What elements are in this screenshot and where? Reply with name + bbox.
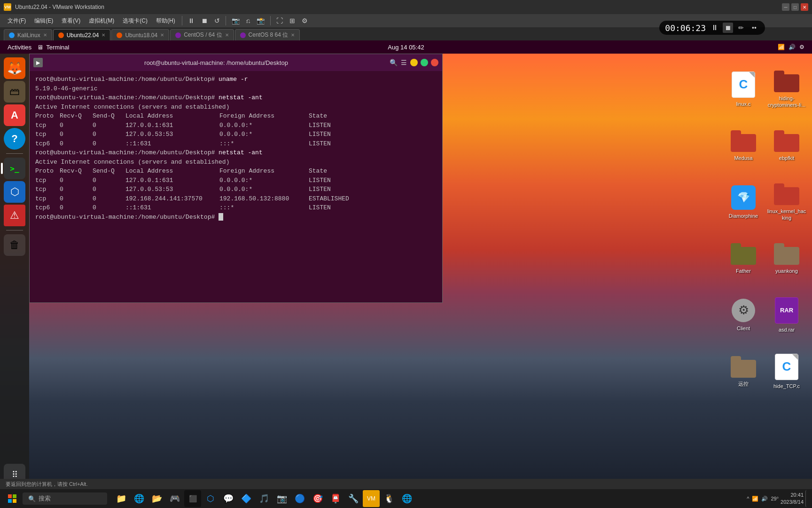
menu-tab[interactable]: 选项卡(C): [119, 16, 151, 26]
tab-ubuntu22[interactable]: Ubuntu22.04 ✕: [53, 29, 111, 40]
close-button[interactable]: ✕: [801, 3, 808, 11]
desktop-icon-linux-kernel-hacking[interactable]: linux_kernel_hacking: [765, 174, 808, 230]
taskbar-show-desktop[interactable]: [805, 490, 808, 507]
terminal-cursor: [219, 213, 223, 221]
tab-centos64-close[interactable]: ✕: [225, 32, 229, 38]
minimize-button[interactable]: ─: [782, 3, 789, 11]
dock-error[interactable]: ⚠: [4, 205, 25, 226]
taskbar-terminal-win[interactable]: ⬛: [184, 490, 201, 507]
tab-ubuntu22-close[interactable]: ✕: [102, 32, 105, 38]
toolbar-separator2: [226, 16, 226, 25]
activities-button[interactable]: Activities: [8, 44, 31, 51]
tab-kali-close[interactable]: ✕: [43, 32, 47, 38]
vmware-statusbar: 要返回到您的计算机，请按 Ctrl+Alt.: [0, 479, 812, 489]
taskbar-mail[interactable]: 📮: [327, 490, 344, 507]
desktop-icon-linux-c[interactable]: C linux.c: [722, 61, 765, 118]
tab-kalilinux[interactable]: KaliLinux ✕: [4, 29, 52, 40]
taskbar-blue[interactable]: 🔷: [238, 490, 255, 507]
menu-view[interactable]: 查看(V): [58, 16, 84, 26]
svg-rect-2: [8, 499, 12, 503]
terminal-header-2: Proto Recv-Q Send-Q Local Address Foreig…: [35, 167, 437, 176]
recording-edit-btn[interactable]: ✏: [736, 23, 746, 33]
windows-search-box[interactable]: 🔍 搜索: [23, 492, 107, 505]
tab-centos8[interactable]: CentOS 8 64 位 ✕: [235, 29, 300, 40]
dock-vscode[interactable]: ⬡: [4, 181, 25, 203]
terminal-maximize-btn[interactable]: □: [421, 59, 428, 66]
vmware-menubar: 文件(F) 编辑(E) 查看(V) 虚拟机(M) 选项卡(C) 帮助(H) ⏸ …: [0, 14, 812, 27]
taskbar-files[interactable]: 📂: [148, 490, 165, 507]
taskbar-target[interactable]: 🎯: [309, 490, 326, 507]
tray-chevron[interactable]: ^: [747, 496, 749, 501]
desktop-icon-medusa[interactable]: Medusa: [722, 118, 765, 174]
desktop-icon-hide-tcp-c[interactable]: C hide_TCP.c: [765, 343, 808, 400]
pause-btn[interactable]: ⏸: [185, 16, 197, 25]
taskbar-chat[interactable]: 💬: [220, 490, 237, 507]
tray-network[interactable]: 📶: [752, 496, 758, 502]
desktop-icon-client[interactable]: ⚙ Client: [722, 287, 765, 343]
error-icon: ⚠: [10, 209, 19, 222]
recording-pause-btn[interactable]: ⏸: [710, 23, 720, 33]
taskbar-clock[interactable]: 20:41 2023/8/14: [781, 492, 804, 506]
terminal-prompt-final: root@ubuntu-virtual-machine:/home/ubuntu…: [35, 213, 437, 222]
start-button[interactable]: [4, 490, 21, 507]
taskbar-game[interactable]: 🎮: [166, 490, 183, 507]
tab-centos8-close[interactable]: ✕: [291, 32, 295, 38]
terminal-line-3: root@ubuntu-virtual-machine:/home/ubuntu…: [35, 93, 437, 103]
taskbar-browser[interactable]: 🌐: [131, 490, 148, 507]
taskbar-vscode-win[interactable]: ⬡: [202, 490, 219, 507]
unity-btn[interactable]: ⊞: [287, 16, 298, 25]
recording-more-btn[interactable]: ••: [749, 23, 759, 33]
hide-tcp-c-file-icon: C: [775, 354, 798, 380]
stop-btn[interactable]: ⏹: [198, 16, 211, 25]
taskbar-circle[interactable]: 🔵: [291, 490, 308, 507]
menu-help[interactable]: 帮助(H): [152, 16, 179, 26]
dock-terminal[interactable]: >_: [4, 158, 25, 179]
fullscreen-btn[interactable]: ⛶: [273, 16, 286, 25]
desktop-icon-yuancheng[interactable]: 远控: [722, 343, 765, 400]
taskbar-vmware-tb[interactable]: VM: [363, 490, 380, 507]
desktop-icon-father[interactable]: Father: [722, 230, 765, 287]
desktop-icon-asd-rar[interactable]: RAR asd.rar: [765, 287, 808, 343]
revert-btn[interactable]: ⎌: [243, 16, 253, 25]
recording-stop-btn[interactable]: ⏹: [723, 23, 733, 33]
vscode-icon: ⬡: [10, 186, 19, 198]
tab-ubuntu18-close[interactable]: ✕: [160, 32, 164, 38]
taskbar-music[interactable]: 🎵: [256, 490, 273, 507]
svg-rect-3: [13, 499, 16, 503]
terminal-close-btn[interactable]: ✕: [431, 59, 438, 66]
tray-sound[interactable]: 🔊: [761, 496, 768, 502]
tab-centos64[interactable]: CentOS / 64 位 ✕: [170, 29, 234, 40]
desktop-icon-ebpfkit[interactable]: ebpfkit: [765, 118, 808, 174]
taskbar-photo[interactable]: 📷: [273, 490, 290, 507]
terminal-search-btn[interactable]: 🔍: [390, 59, 397, 66]
terminal-minimize-btn[interactable]: ─: [410, 59, 418, 66]
terminal-content[interactable]: root@ubuntu-virtual-machine:/home/ubuntu…: [30, 71, 442, 302]
desktop-icon-yuankong[interactable]: yuankong: [765, 230, 808, 287]
dock-files[interactable]: 🗃: [4, 81, 25, 103]
taskbar-date-display: 2023/8/14: [781, 499, 804, 506]
taskbar-linux-penguin[interactable]: 🐧: [381, 490, 398, 507]
taskbar-pinned-icons: 📁 🌐 📂 🎮 ⬛ ⬡ 💬 🔷 🎵 📷 🔵 🎯 📮 🔧 VM 🐧 🌐: [113, 490, 415, 507]
taskbar-explorer[interactable]: 📁: [113, 490, 130, 507]
dock-appstore[interactable]: A: [4, 104, 25, 126]
settings-btn[interactable]: ⚙: [299, 16, 311, 25]
dock-trash[interactable]: 🗑: [4, 234, 25, 256]
toolbar-separator3: [270, 16, 271, 25]
snap-btn[interactable]: 📷: [229, 16, 242, 25]
desktop-icon-hiding-cryptominers[interactable]: hiding-cryptominers-li...: [765, 61, 808, 118]
menu-vm[interactable]: 虚拟机(M): [85, 16, 118, 26]
desktop-icon-diamorphine[interactable]: 💎 Diamorphine: [722, 174, 765, 230]
terminal-menu-btn[interactable]: ☰: [400, 59, 407, 66]
menu-file[interactable]: 文件(F): [4, 16, 30, 26]
reset-btn[interactable]: ↺: [211, 16, 223, 25]
terminal-window: ▶ root@ubuntu-virtual-machine: /home/ubu…: [29, 54, 443, 303]
files-icon: 🗃: [9, 86, 20, 98]
menu-edit[interactable]: 编辑(E): [31, 16, 57, 26]
taskbar-tools[interactable]: 🔧: [345, 490, 362, 507]
maximize-button[interactable]: □: [791, 3, 799, 11]
snap2-btn[interactable]: 📸: [254, 16, 267, 25]
taskbar-globe[interactable]: 🌐: [398, 490, 415, 507]
tab-ubuntu18[interactable]: Ubuntu18.04 ✕: [111, 29, 169, 40]
dock-firefox[interactable]: 🦊: [4, 57, 25, 79]
dock-help[interactable]: ?: [4, 128, 25, 150]
